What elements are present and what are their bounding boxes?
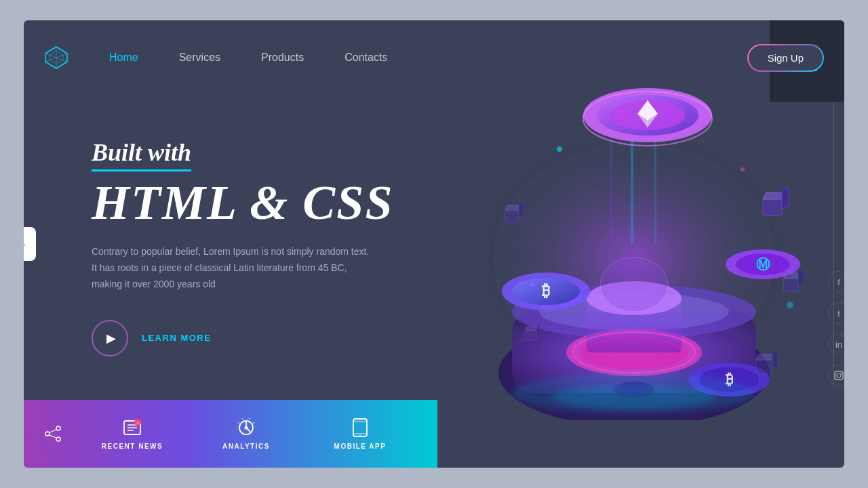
learn-more-link[interactable]: LEARN MORE	[142, 333, 211, 343]
svg-rect-47	[519, 202, 524, 218]
hero-description: Contrary to popular belief, Lorem Ipsum …	[92, 244, 376, 292]
svg-rect-44	[798, 269, 804, 286]
svg-point-54	[557, 146, 562, 152]
svg-point-62	[841, 373, 842, 374]
hero-illustration: ₿ Ⓜ ₿	[437, 68, 831, 420]
bottom-mobile-app[interactable]: MOBILE APP	[303, 418, 417, 450]
nav-contacts[interactable]: Contacts	[344, 52, 387, 64]
svg-point-55	[741, 167, 745, 171]
mobile-app-label: MOBILE APP	[334, 443, 387, 450]
nav-links: Home Services Products Contacts	[109, 52, 747, 64]
svg-text:Ⓜ: Ⓜ	[756, 257, 770, 272]
svg-point-63	[45, 432, 50, 436]
hero-tagline: Built with	[92, 138, 191, 171]
svg-point-17	[600, 258, 668, 312]
scroll-left-button[interactable]: ›	[24, 227, 36, 261]
bottom-bar: 3 RECENT NEWS ANALYTICS	[24, 400, 437, 468]
hero-section: Built with HTML & CSS Contrary to popula…	[24, 95, 844, 400]
svg-rect-51	[756, 358, 772, 374]
nav-products[interactable]: Products	[261, 52, 304, 64]
svg-point-77	[245, 426, 248, 429]
svg-rect-22	[610, 129, 612, 244]
svg-point-85	[359, 434, 361, 436]
svg-rect-52	[756, 354, 774, 360]
svg-line-78	[242, 418, 243, 420]
twitter-icon[interactable]: t	[828, 302, 844, 324]
svg-rect-41	[782, 187, 789, 209]
facebook-icon[interactable]: f	[828, 271, 844, 293]
svg-point-59	[553, 384, 715, 409]
svg-point-65	[56, 437, 60, 441]
svg-rect-53	[772, 350, 778, 368]
svg-line-67	[50, 435, 57, 439]
hero-title: HTML & CSS	[92, 178, 393, 227]
bottom-analytics[interactable]: ANALYTICS	[189, 418, 303, 450]
linkedin-icon[interactable]: in	[828, 333, 844, 355]
recent-news-label: RECENT NEWS	[102, 443, 163, 450]
svg-line-79	[249, 418, 250, 420]
play-icon: ▶	[106, 331, 116, 346]
svg-line-66	[50, 430, 57, 433]
chevron-right-icon: ›	[24, 239, 25, 249]
cta-row: ▶ LEARN MORE	[92, 320, 393, 357]
nav-services[interactable]: Services	[179, 52, 220, 64]
signup-button[interactable]: Sign Up	[747, 44, 824, 72]
svg-point-64	[56, 426, 60, 430]
svg-line-80	[253, 422, 254, 424]
svg-line-81	[238, 422, 239, 424]
logo[interactable]	[44, 45, 68, 70]
instagram-icon[interactable]	[828, 365, 844, 386]
svg-point-57	[530, 283, 534, 287]
social-icons: f t in	[828, 271, 844, 386]
svg-point-61	[837, 373, 841, 378]
svg-rect-45	[505, 209, 519, 222]
svg-point-56	[787, 302, 793, 308]
hero-text-block: Built with HTML & CSS Contrary to popula…	[92, 138, 393, 356]
share-icon[interactable]	[44, 425, 75, 443]
bottom-recent-news[interactable]: 3 RECENT NEWS	[75, 418, 189, 450]
svg-text:₿: ₿	[542, 281, 550, 300]
play-button[interactable]: ▶	[92, 320, 128, 357]
navbar: Home Services Products Contacts Sign Up	[24, 20, 844, 95]
analytics-label: ANALYTICS	[222, 443, 270, 450]
nav-home[interactable]: Home	[109, 52, 138, 64]
svg-rect-50	[536, 324, 540, 336]
